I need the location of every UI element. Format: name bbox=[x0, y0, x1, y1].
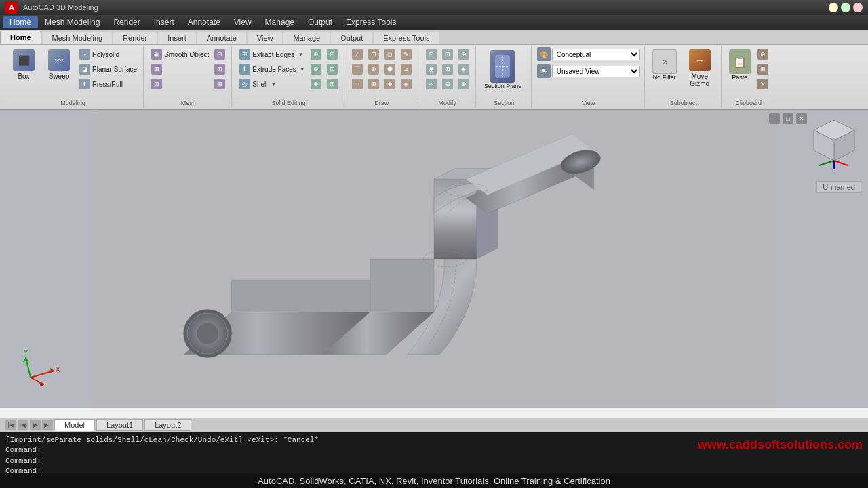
ribbon-group-draw: ∕ ⌒ ○ ⊡ ⊕ ⊞ ◻ ⬢ ⊗ ✎ ⊿ ◈ bbox=[346, 46, 418, 108]
mesh-icon1[interactable]: ⊞ bbox=[149, 62, 211, 76]
tab-nav-next[interactable]: ▶ bbox=[30, 420, 41, 430]
minimize-button[interactable] bbox=[829, 3, 838, 12]
cmd-line-4: Command: bbox=[5, 466, 863, 473]
viewport[interactable]: ─ □ ✕ bbox=[0, 110, 868, 408]
menu-insert[interactable]: Insert bbox=[147, 16, 181, 28]
menu-output[interactable]: Output bbox=[301, 16, 339, 28]
maximize-button[interactable] bbox=[841, 3, 850, 12]
modify-icon8[interactable]: ◈ bbox=[456, 62, 471, 76]
draw-icon9[interactable]: ⊗ bbox=[382, 77, 397, 91]
extrude-faces-button[interactable]: ⬆ Extrude Faces ▼ bbox=[237, 62, 307, 76]
title-bar: A AutoCAD 3D Modeling bbox=[0, 0, 868, 15]
vp-close-button[interactable]: ✕ bbox=[796, 113, 807, 124]
no-filter-button[interactable]: ⊘ No Filter bbox=[650, 47, 679, 83]
mesh-icon2[interactable]: ⊡ bbox=[149, 77, 211, 91]
view-group-label: View bbox=[537, 98, 640, 106]
tab-insert[interactable]: Insert bbox=[158, 32, 196, 44]
clipboard-col: ⊕ ⊞ ✕ bbox=[755, 47, 770, 91]
tab-layout2[interactable]: Layout2 bbox=[144, 419, 191, 431]
polysolid-button[interactable]: ▪ Polysolid bbox=[77, 47, 139, 61]
vp-maximize-button[interactable]: □ bbox=[783, 113, 793, 124]
vp-minimize-button[interactable]: ─ bbox=[769, 113, 780, 124]
modify-icon1[interactable]: ⊞ bbox=[424, 47, 439, 61]
visual-style-combo[interactable]: 🎨 Conceptual Realistic Wireframe bbox=[537, 47, 640, 61]
close-button[interactable] bbox=[853, 3, 863, 12]
modify-icon3[interactable]: ✂ bbox=[424, 77, 439, 91]
clipboard-items: 📋 Paste ⊕ ⊞ ✕ bbox=[727, 47, 770, 98]
tab-render[interactable]: Render bbox=[113, 32, 157, 44]
solid-icon6[interactable]: ⊠ bbox=[325, 77, 340, 91]
modify-icon9[interactable]: ⊗ bbox=[456, 77, 471, 91]
draw-icon2[interactable]: ⌒ bbox=[350, 62, 365, 76]
tab-home[interactable]: Home bbox=[0, 30, 41, 44]
tab-mesh-modeling[interactable]: Mesh Modeling bbox=[43, 32, 113, 44]
draw-icon4[interactable]: ⊡ bbox=[366, 47, 381, 61]
shell-button[interactable]: ◎ Shell ▼ bbox=[237, 77, 307, 91]
solid-icon4[interactable]: ⊞ bbox=[325, 47, 340, 61]
move-gizmo-button[interactable]: ↔ Move Gizmo bbox=[683, 47, 717, 89]
viewport-controls: ─ □ ✕ bbox=[769, 113, 807, 124]
mesh-icon3[interactable]: ⊟ bbox=[212, 47, 227, 61]
subobject-group-label: Subobject bbox=[650, 98, 717, 106]
menu-annotate[interactable]: Annotate bbox=[181, 16, 227, 28]
draw-icon12[interactable]: ◈ bbox=[399, 77, 414, 91]
tab-layout1[interactable]: Layout1 bbox=[96, 419, 143, 431]
tab-view[interactable]: View bbox=[248, 32, 283, 44]
command-area[interactable]: [Imprint/seParate solids/Shell/cLean/Che… bbox=[0, 432, 868, 473]
clipboard-x-button[interactable]: ✕ bbox=[755, 77, 770, 91]
modify-icon4[interactable]: ⊡ bbox=[440, 47, 455, 61]
extract-edges-button[interactable]: ⊞ Extract Edges ▼ bbox=[237, 47, 307, 61]
solid-icon1[interactable]: ⊕ bbox=[309, 47, 323, 61]
clipboard-icon1[interactable]: ⊕ bbox=[755, 47, 770, 61]
menu-render[interactable]: Render bbox=[106, 16, 146, 28]
modify-items: ⊞ ◉ ✂ ⊡ ⊠ ⊟ ⊕ ◈ ⊗ bbox=[424, 47, 471, 98]
tab-output[interactable]: Output bbox=[331, 32, 372, 44]
tab-model[interactable]: Model bbox=[54, 419, 95, 431]
solid-icon5[interactable]: ⊡ bbox=[325, 62, 340, 76]
paste-button[interactable]: 📋 Paste bbox=[727, 47, 753, 83]
menu-mesh-modeling[interactable]: Mesh Modeling bbox=[38, 16, 106, 28]
view-icon: 👁 bbox=[537, 64, 551, 78]
smooth-object-button[interactable]: ◉ Smooth Object bbox=[149, 47, 211, 61]
banner-text: AutoCAD, SolidWorks, CATIA, NX, Revit, I… bbox=[258, 476, 610, 486]
draw-icon1[interactable]: ∕ bbox=[350, 47, 365, 61]
modify-icon2[interactable]: ◉ bbox=[424, 62, 439, 76]
draw-icon10[interactable]: ✎ bbox=[399, 47, 414, 61]
paste-icon: 📋 bbox=[729, 49, 751, 74]
tab-annotate[interactable]: Annotate bbox=[197, 32, 246, 44]
sweep-button[interactable]: 〰 Sweep bbox=[42, 47, 76, 82]
visual-style-select[interactable]: Conceptual Realistic Wireframe bbox=[552, 49, 640, 60]
view-cube[interactable] bbox=[807, 117, 861, 171]
view-combo-unsaved[interactable]: 👁 Unsaved View Top Front bbox=[537, 64, 640, 78]
menu-express-tools[interactable]: Express Tools bbox=[339, 16, 403, 28]
box-button[interactable]: ⬛ Box bbox=[7, 47, 41, 82]
mesh-icon5[interactable]: ⊞ bbox=[212, 77, 227, 91]
modify-icon6[interactable]: ⊟ bbox=[440, 77, 455, 91]
menu-home[interactable]: Home bbox=[3, 16, 38, 28]
draw-icon7[interactable]: ◻ bbox=[382, 47, 397, 61]
tab-express-tools[interactable]: Express Tools bbox=[374, 32, 439, 44]
draw-icon8[interactable]: ⬢ bbox=[382, 62, 397, 76]
mesh-icon4[interactable]: ⊠ bbox=[212, 62, 227, 76]
draw-icon11[interactable]: ⊿ bbox=[399, 62, 414, 76]
draw-icon6[interactable]: ⊞ bbox=[366, 77, 381, 91]
tab-manage[interactable]: Manage bbox=[283, 32, 330, 44]
press-pull-button[interactable]: ⬆ Press/Pull bbox=[77, 77, 139, 91]
solid-icon3[interactable]: ⊗ bbox=[309, 77, 323, 91]
planar-surface-button[interactable]: ◪ Planar Surface bbox=[77, 62, 139, 76]
draw-icon3[interactable]: ○ bbox=[350, 77, 365, 91]
window-controls[interactable] bbox=[829, 3, 863, 12]
tab-nav-first[interactable]: |◀ bbox=[5, 420, 16, 430]
modify-icon7[interactable]: ⊕ bbox=[456, 47, 471, 61]
modify-icon5[interactable]: ⊠ bbox=[440, 62, 455, 76]
menu-view[interactable]: View bbox=[227, 16, 258, 28]
section-plane-button[interactable]: Section Plane bbox=[481, 47, 525, 92]
draw-icon5[interactable]: ⊕ bbox=[366, 62, 381, 76]
section-plane-icon bbox=[493, 53, 512, 80]
menu-manage[interactable]: Manage bbox=[258, 16, 301, 28]
tab-nav-last[interactable]: ▶| bbox=[42, 420, 53, 430]
solid-icon2[interactable]: ⊖ bbox=[309, 62, 323, 76]
tab-nav-prev[interactable]: ◀ bbox=[18, 420, 28, 430]
unsaved-view-select[interactable]: Unsaved View Top Front bbox=[552, 66, 640, 77]
clipboard-icon2[interactable]: ⊞ bbox=[755, 62, 770, 76]
